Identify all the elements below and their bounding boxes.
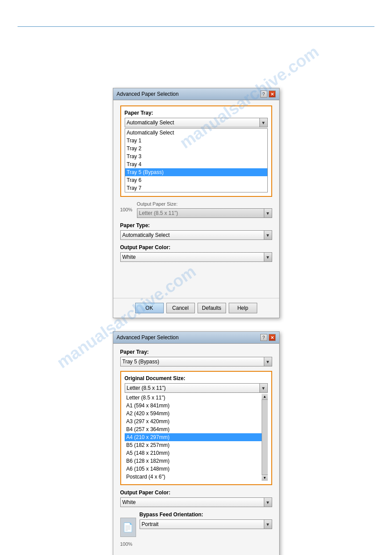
dialog1-help-btn[interactable]: ? [260, 91, 267, 98]
dialog1-paper-type-dropdown[interactable]: Automatically Select ▼ [120, 230, 272, 240]
dialog1-output-size-container: Output Paper Size: Letter (8.5 x 11") ▼ [137, 201, 272, 218]
dialog2-size-option-letter[interactable]: Letter (8.5 x 11") [125, 394, 262, 402]
dialog1-output-size-dropdown[interactable]: Letter (8.5 x 11") ▼ [137, 208, 272, 218]
dialog1-output-color-value-display: White ▼ [120, 252, 272, 262]
dialog2-output-color-arrow: ▼ [264, 498, 272, 507]
dialog1-ok-button[interactable]: OK [135, 303, 164, 313]
dialog2-bypass-dropdown[interactable]: Portrait ▼ [140, 519, 272, 529]
dialog2-size-option-b5[interactable]: B5 (182 x 257mm) [125, 441, 262, 449]
dialog2-controls: ? ✕ [260, 334, 276, 341]
dialog2-output-color-label: Output Paper Color: [120, 490, 272, 496]
dialog2-orig-size-section: Original Document Size: Letter (8.5 x 11… [120, 371, 272, 485]
dialog1-paper-type-arrow: ▼ [264, 231, 272, 239]
dialog1-tray-dropdown-list: Automatically Select Tray 1 Tray 2 Tray … [125, 128, 268, 192]
dialog2-paper-tray-row: Paper Tray: Tray 5 (Bypass) ▼ [120, 349, 272, 366]
dialog1-title: Advanced Paper Selection [117, 91, 179, 97]
dialog1-tray-option-2[interactable]: Tray 2 [125, 145, 267, 152]
dialog2-paper-tray-label: Paper Tray: [120, 349, 272, 355]
dialog2-orig-size-dropdown-container[interactable]: Letter (8.5 x 11") ▼ [125, 383, 268, 393]
dialog2-output-color-value: White [122, 499, 136, 505]
dialog2-wrapper: Advanced Paper Selection ? ✕ Paper Tray:… [113, 331, 280, 555]
dialog1-tray-option-7[interactable]: Tray 7 [125, 184, 267, 192]
dialog2-size-option-postcard[interactable]: Postcard (4 x 6") [125, 473, 262, 481]
dialog2-size-option-a3[interactable]: A3 (297 x 420mm) [125, 417, 262, 425]
dialog2-orig-size-current: Letter (8.5 x 11") [127, 385, 166, 391]
dialog1-tray-option-3[interactable]: Tray 3 [125, 152, 267, 160]
dialog1-footer: OK Cancel Defaults Help [113, 298, 279, 318]
dialog2-percent-label: 100% [120, 541, 133, 547]
dialog1-help-button[interactable]: Help [229, 303, 257, 313]
dialog1-paper-type-label: Paper Type: [120, 222, 272, 229]
dialog2-orig-size-dropdown-top[interactable]: Letter (8.5 x 11") ▼ [125, 383, 268, 393]
dialog1-output-size-label: Output Paper Size: [137, 201, 272, 207]
dialog2-size-option-b4[interactable]: B4 (257 x 364mm) [125, 425, 262, 433]
dialog2-orig-size-arrow: ▼ [259, 384, 267, 392]
dialog2-bypass-value-display: Portrait ▼ [140, 519, 272, 529]
dialog2-size-option-b6[interactable]: B6 (128 x 182mm) [125, 457, 262, 465]
dialog2-output-color-row: Output Paper Color: White ▼ [120, 490, 272, 507]
dialog1-output-color-row: Output Paper Color: White ▼ [120, 244, 272, 262]
dialog2-title: Advanced Paper Selection [117, 334, 179, 341]
dialog1-paper-type-value-display: Automatically Select ▼ [120, 230, 272, 240]
dialog1-tray-current-value: Automatically Select [127, 120, 174, 126]
dialog2-tray-dropdown[interactable]: Tray 5 (Bypass) ▼ [120, 357, 272, 366]
dialog2-size-option-a2[interactable]: A2 (420 x 594mm) [125, 410, 262, 417]
dialog1-output-color-value: White [122, 254, 136, 260]
dialog1-spacer [120, 266, 272, 293]
dialog1-paper-type-row: Paper Type: Automatically Select ▼ [120, 222, 272, 240]
dialog1-tray-dropdown-container[interactable]: Automatically Select ▼ [125, 118, 268, 127]
dialog2: Advanced Paper Selection ? ✕ Paper Tray:… [113, 331, 280, 555]
bypass-orientation-icon: 📄 [120, 518, 136, 537]
dialog2-list-scrollbar[interactable]: ▲ ▼ [262, 394, 268, 481]
dialog2-tray-value: Tray 5 (Bypass) [122, 359, 159, 365]
dialog2-tray-arrow: ▼ [264, 357, 272, 366]
dialog1-close-btn[interactable]: ✕ [269, 91, 276, 98]
dialog1-tray-option-0[interactable]: Automatically Select [125, 129, 267, 137]
dialog1-tray-option-1[interactable]: Tray 1 [125, 137, 267, 145]
dialog2-size-option-a5[interactable]: A5 (148 x 210mm) [125, 449, 262, 457]
dialog1: Advanced Paper Selection ? ✕ Paper Tray: [113, 88, 280, 318]
dialog2-help-btn[interactable]: ? [260, 334, 267, 341]
dialog2-bypass-arrow: ▼ [264, 520, 272, 529]
dialog1-tray-dropdown-top[interactable]: Automatically Select ▼ [125, 118, 268, 127]
dialog2-size-option-a4[interactable]: A4 (210 x 297mm) [125, 433, 262, 441]
dialog1-output-color-label: Output Paper Color: [120, 244, 272, 250]
page-container: Advanced Paper Selection ? ✕ Paper Tray: [0, 0, 392, 555]
dialog2-output-color-dropdown[interactable]: White ▼ [120, 497, 272, 507]
dialog2-bypass-value: Portrait [142, 521, 159, 527]
dialog2-tray-value-display: Tray 5 (Bypass) ▼ [120, 357, 272, 366]
dialog2-content: Paper Tray: Tray 5 (Bypass) ▼ Original D… [113, 344, 279, 555]
dialog1-tray-option-5[interactable]: Tray 5 (Bypass) [125, 168, 267, 176]
dialog1-paper-tray-section: Paper Tray: Automatically Select ▼ Autom… [120, 105, 272, 197]
dialog2-size-option-a1[interactable]: A1 (594 x 841mm) [125, 402, 262, 410]
dialog1-output-size-value: Letter (8.5 x 11") ▼ [137, 208, 272, 218]
page-background: manualsarchive.com manualsarchive.com Ad… [0, 0, 392, 555]
dialog2-bypass-row: 📄 Bypass Feed Orientation: Portrait ▼ [120, 511, 272, 537]
dialog1-tray-option-6[interactable]: Tray 6 [125, 176, 267, 184]
dialog2-output-color-value-display: White ▼ [120, 497, 272, 507]
dialog1-paper-tray-label: Paper Tray: [125, 110, 268, 116]
dialog1-titlebar: Advanced Paper Selection ? ✕ [113, 88, 279, 100]
dialog2-size-list-container: Letter (8.5 x 11") A1 (594 x 841mm) A2 (… [125, 394, 268, 481]
dialog1-percent-label: 100% [120, 207, 133, 212]
dialog1-content: Paper Tray: Automatically Select ▼ Autom… [113, 100, 279, 298]
dialog2-bypass-fields: Bypass Feed Orientation: Portrait ▼ [140, 511, 272, 529]
dialog2-titlebar: Advanced Paper Selection ? ✕ [113, 332, 279, 344]
dialog1-output-size-text: Letter (8.5 x 11") [139, 210, 178, 216]
dialog1-tray-option-4[interactable]: Tray 4 [125, 160, 267, 168]
dialog2-size-list: Letter (8.5 x 11") A1 (594 x 841mm) A2 (… [125, 394, 262, 481]
dialog1-defaults-button[interactable]: Defaults [198, 303, 226, 313]
dialog1-cancel-button[interactable]: Cancel [166, 303, 195, 313]
dialog2-size-option-a6[interactable]: A6 (105 x 148mm) [125, 465, 262, 473]
dialog2-close-btn[interactable]: ✕ [269, 334, 276, 341]
dialog1-output-size-row: 100% Output Paper Size: Letter (8.5 x 11… [120, 201, 272, 218]
top-decorative-line [18, 26, 374, 27]
dialog2-orig-size-label: Original Document Size: [125, 375, 268, 381]
scroll-up-button[interactable]: ▲ [262, 394, 268, 400]
dialog1-paper-type-value: Automatically Select [122, 232, 170, 238]
dialog1-output-size-arrow: ▼ [264, 209, 272, 218]
dialog1-output-color-dropdown[interactable]: White ▼ [120, 252, 272, 262]
dialog1-controls: ? ✕ [260, 91, 276, 98]
dialog1-tray-dropdown-arrow: ▼ [259, 118, 267, 127]
scroll-down-button[interactable]: ▼ [262, 475, 268, 481]
